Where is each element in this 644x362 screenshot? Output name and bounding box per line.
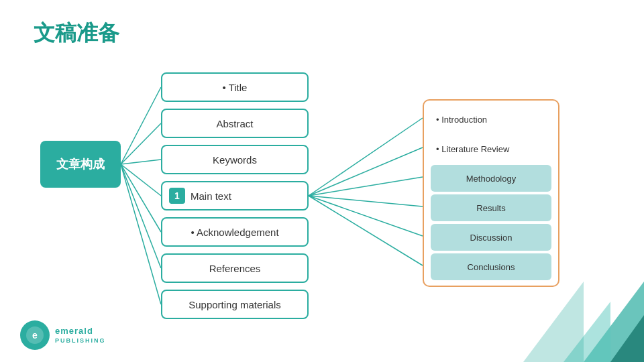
svg-text:e: e (32, 330, 38, 341)
emerald-logo: e emerald PUBLISHING (20, 320, 106, 350)
svg-line-1 (121, 123, 161, 164)
svg-line-6 (121, 164, 161, 304)
right-column: • Introduction • Literature Review Metho… (423, 99, 559, 287)
logo-icon: e (20, 320, 50, 350)
maintext-box: 1 Main text (161, 181, 309, 210)
keywords-box: Keywords (161, 145, 309, 174)
literature-box: • Literature Review (431, 135, 551, 162)
introduction-box: • Introduction (431, 106, 551, 133)
logo-svg: e (25, 326, 44, 345)
discussion-box: Discussion (431, 224, 551, 251)
svg-line-8 (309, 147, 423, 196)
svg-line-0 (121, 87, 161, 164)
svg-line-7 (309, 118, 423, 196)
references-box: References (161, 253, 309, 283)
methodology-box: Methodology (431, 165, 551, 192)
svg-line-2 (121, 160, 161, 164)
svg-line-11 (309, 196, 423, 236)
acknowledgement-box: • Acknowledgement (161, 217, 309, 247)
results-box: Results (431, 194, 551, 221)
title-box: • Title (161, 72, 309, 102)
decorative-triangles (523, 282, 644, 362)
logo-text: emerald PUBLISHING (55, 326, 106, 345)
svg-line-10 (309, 196, 423, 206)
right-outer-box: • Introduction • Literature Review Metho… (423, 99, 559, 287)
svg-marker-18 (523, 282, 584, 362)
main-text-number: 1 (169, 188, 185, 204)
page-title: 文稿准备 (34, 19, 119, 48)
abstract-box: Abstract (161, 109, 309, 138)
svg-line-4 (121, 164, 161, 232)
svg-line-5 (121, 164, 161, 268)
svg-line-9 (309, 177, 423, 196)
conclusions-box: Conclusions (431, 253, 551, 280)
supporting-box: Supporting materials (161, 290, 309, 319)
svg-line-3 (121, 164, 161, 196)
left-label-box: 文章构成 (40, 141, 121, 188)
svg-line-12 (309, 196, 423, 265)
center-column: • Title Abstract Keywords 1 Main text • … (161, 72, 309, 319)
